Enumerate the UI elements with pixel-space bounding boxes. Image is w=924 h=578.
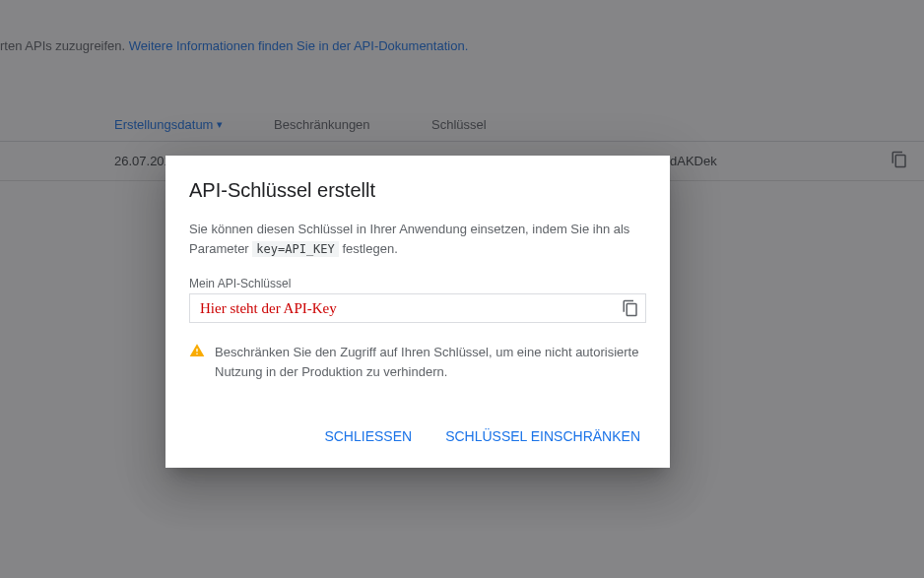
key-box: Hier steht der API-Key: [189, 293, 646, 323]
close-button[interactable]: SCHLIESSEN: [318, 420, 418, 452]
copy-key-button[interactable]: [616, 299, 645, 317]
warning-icon: [189, 343, 205, 381]
warning-text: Beschränken Sie den Zugriff auf Ihren Sc…: [215, 343, 646, 381]
dialog-body-code: key=API_KEY: [252, 241, 338, 257]
restrict-key-button[interactable]: SCHLÜSSEL EINSCHRÄNKEN: [439, 420, 646, 452]
dialog-actions: SCHLIESSEN SCHLÜSSEL EINSCHRÄNKEN: [189, 420, 646, 452]
key-field-label: Mein API-Schlüssel: [189, 277, 646, 290]
api-key-value: Hier steht der API-Key: [200, 300, 337, 317]
api-key-created-dialog: API-Schlüssel erstellt Sie können diesen…: [165, 156, 670, 468]
dialog-body-after: festlegen.: [339, 241, 398, 256]
dialog-body: Sie können diesen Schlüssel in Ihrer Anw…: [189, 220, 646, 259]
dialog-title: API-Schlüssel erstellt: [189, 179, 646, 202]
warning-note: Beschränken Sie den Zugriff auf Ihren Sc…: [189, 343, 646, 381]
